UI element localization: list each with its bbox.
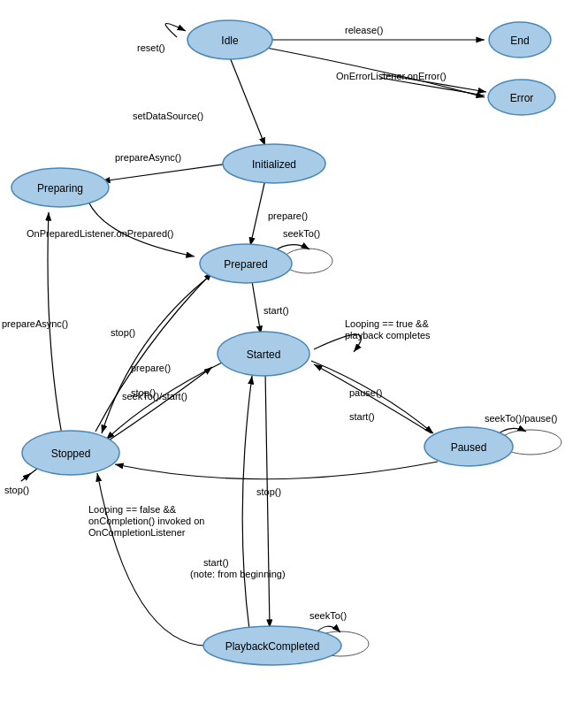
playbackcompleted-label: PlaybackCompleted bbox=[225, 640, 320, 653]
error-label: Error bbox=[510, 92, 534, 104]
svg-text:stop(): stop() bbox=[256, 486, 281, 497]
stopped-label: Stopped bbox=[51, 447, 91, 460]
started-label: Started bbox=[247, 348, 281, 361]
svg-text:seekTo(): seekTo() bbox=[309, 610, 347, 621]
svg-line-10 bbox=[102, 164, 228, 181]
svg-text:playback completes: playback completes bbox=[345, 330, 431, 340]
svg-line-12 bbox=[250, 180, 265, 246]
svg-text:prepare(): prepare() bbox=[268, 210, 308, 221]
svg-text:stop(): stop() bbox=[131, 387, 156, 398]
svg-text:Looping == false &&: Looping == false && bbox=[88, 504, 177, 515]
svg-text:stop(): stop() bbox=[4, 485, 29, 495]
svg-text:OnErrorListener.onError(): OnErrorListener.onError() bbox=[336, 71, 447, 81]
svg-line-5 bbox=[230, 57, 265, 146]
svg-text:seekTo()/pause(): seekTo()/pause() bbox=[485, 413, 558, 424]
svg-text:OnCompletionListener: OnCompletionListener bbox=[88, 527, 186, 538]
svg-line-17 bbox=[252, 281, 261, 334]
svg-text:start(): start() bbox=[349, 411, 375, 422]
svg-text:(note: from beginning): (note: from beginning) bbox=[190, 569, 286, 579]
svg-text:release(): release() bbox=[345, 25, 383, 35]
svg-text:seekTo(): seekTo() bbox=[283, 228, 320, 239]
svg-text:reset(): reset() bbox=[137, 42, 165, 53]
svg-text:stop(): stop() bbox=[111, 327, 135, 338]
svg-text:onCompletion() invoked on: onCompletion() invoked on bbox=[88, 516, 204, 526]
idle-label: Idle bbox=[221, 34, 239, 47]
svg-text:start(): start() bbox=[203, 557, 229, 568]
prepared-label: Prepared bbox=[224, 258, 267, 271]
initialized-label: Initialized bbox=[252, 158, 296, 171]
svg-text:start(): start() bbox=[263, 305, 289, 316]
svg-text:prepareAsync(): prepareAsync() bbox=[2, 318, 68, 329]
svg-text:Looping == true &&: Looping == true && bbox=[345, 318, 429, 329]
svg-text:setDataSource(): setDataSource() bbox=[133, 111, 203, 121]
end-label: End bbox=[510, 34, 529, 47]
paused-label: Paused bbox=[451, 441, 487, 454]
preparing-label: Preparing bbox=[37, 182, 83, 195]
svg-text:prepareAsync(): prepareAsync() bbox=[115, 152, 181, 163]
svg-text:prepare(): prepare() bbox=[131, 363, 171, 373]
svg-text:pause(): pause() bbox=[349, 387, 382, 398]
